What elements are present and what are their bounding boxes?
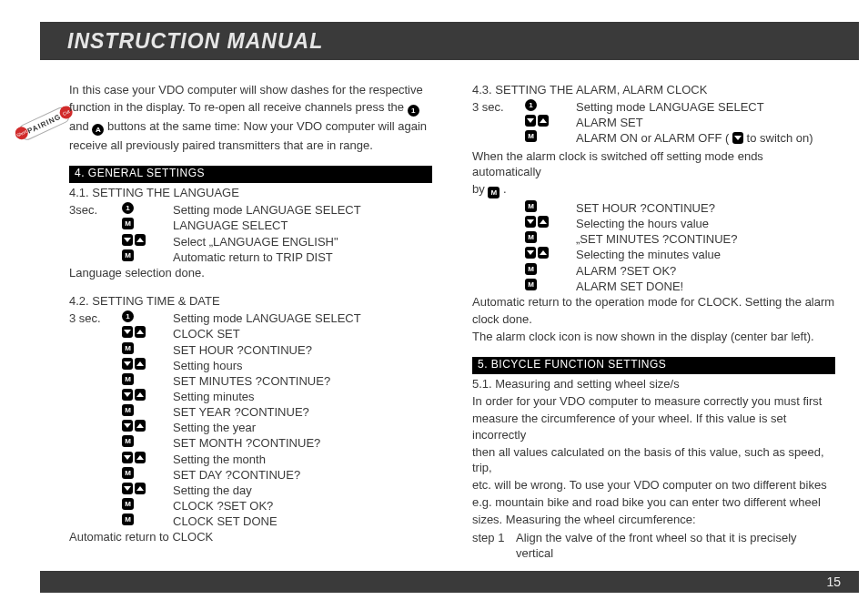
instruction-row: Setting the day <box>69 483 432 498</box>
up-down-icon <box>525 247 576 262</box>
section-4-2-return: Automatic return to CLOCK <box>69 529 432 544</box>
alarm-done: clock done. <box>472 311 835 327</box>
intro-line: In this case your VDO computer will show… <box>69 82 432 97</box>
instruction-row: M CLOCK ?SET OK? <box>69 498 432 514</box>
button-m-icon: M <box>525 200 537 212</box>
instruction-row: Selecting the hours value <box>472 216 835 231</box>
instruction-row: M SET MINUTES ?CONTINUE? <box>69 373 432 389</box>
instruction-row: M SET HOUR ?CONTINUE? <box>69 342 432 358</box>
instruction-row: M ALARM SET DONE! <box>472 279 835 294</box>
section-5-1-body: then all values calculated on the basis … <box>472 444 835 475</box>
instruction-row: 3 sec. 1 Setting mode LANGUAGE SELECT <box>472 99 835 115</box>
alarm-note: by M . <box>472 181 835 198</box>
section-5-1-body: etc. will be wrong. To use your VDO comp… <box>472 477 835 493</box>
button-m-icon: M <box>122 514 134 525</box>
intro-line: receive all previously paired transmitte… <box>69 137 432 153</box>
pairing-badge: Short PAIRING Cut <box>17 106 76 155</box>
button-m-icon: M <box>122 435 134 447</box>
up-down-icon <box>122 326 173 341</box>
intro-line: function in the display. To re-open all … <box>69 99 432 117</box>
instruction-row: M LANGUAGE SELECT <box>69 218 432 233</box>
section-5-1-body: e.g. mountain bike and road bike you can… <box>472 494 835 510</box>
button-m-icon: M <box>122 218 134 229</box>
instruction-row: 3 sec. 1 Setting mode LANGUAGE SELECT <box>69 310 432 326</box>
section-5-1-body: measure the circumference of your wheel.… <box>472 411 835 442</box>
section-4-2-title: 4.2. SETTING TIME & DATE <box>69 293 432 309</box>
button-1-icon: 1 <box>408 105 419 117</box>
button-m-icon: M <box>122 498 134 510</box>
button-m-icon: M <box>122 342 134 354</box>
instruction-row: Select „LANGUAGE ENGLISH" <box>69 234 432 249</box>
button-1-icon: 1 <box>122 202 134 214</box>
up-down-icon <box>122 452 173 467</box>
alarm-done: Automatic return to the operation mode f… <box>472 294 835 310</box>
section-5-1-title: 5.1. Measuring and setting wheel size/s <box>472 376 835 392</box>
button-1-icon: 1 <box>122 310 134 322</box>
instruction-row: M Automatic return to TRIP DIST <box>69 249 432 265</box>
instruction-row: M „SET MINUTES ?CONTINUE? <box>472 231 835 247</box>
button-m-icon: M <box>525 263 537 275</box>
alarm-note: When the alarm clock is switched off set… <box>472 148 835 179</box>
instruction-row: CLOCK SET <box>69 326 432 341</box>
up-down-icon <box>525 115 576 130</box>
instruction-row: ALARM SET <box>472 115 835 130</box>
section-4-head: 4. GENERAL SETTINGS <box>69 166 432 183</box>
button-1-icon: 1 <box>525 99 537 111</box>
section-5-1-body: In order for your VDO computer to measur… <box>472 393 835 409</box>
doc-title: INSTRUCTION MANUAL <box>67 29 323 54</box>
button-m-icon: M <box>525 279 537 290</box>
instruction-row: Selecting the minutes value <box>472 247 835 262</box>
instruction-row: M SET YEAR ?CONTINUE? <box>69 404 432 420</box>
page-number: 15 <box>826 575 841 589</box>
up-down-icon <box>122 358 173 373</box>
section-4-1-done: Language selection done. <box>69 265 432 280</box>
button-a-icon: A <box>92 124 104 136</box>
section-5-1-body: sizes. Measuring the wheel circumference… <box>472 512 835 527</box>
button-m-icon: M <box>525 231 537 243</box>
button-m-icon: M <box>488 187 500 198</box>
instruction-row: Setting the month <box>69 452 432 467</box>
button-m-icon: M <box>122 404 134 416</box>
down-icon <box>732 132 743 147</box>
instruction-row: M SET MONTH ?CONTINUE? <box>69 435 432 451</box>
up-down-icon <box>122 389 173 404</box>
up-down-icon <box>525 216 576 231</box>
up-down-icon <box>122 483 173 498</box>
section-5-head: 5. BICYCLE FUNCTION SETTINGS <box>472 357 835 374</box>
section-4-3-title: 4.3. SETTING THE ALARM, ALARM CLOCK <box>472 82 835 97</box>
instruction-row: M CLOCK SET DONE <box>69 514 432 529</box>
body-text: In this case your VDO computer will show… <box>69 82 835 564</box>
instruction-row: M ALARM ON or ALARM OFF ( to switch on) <box>472 130 835 147</box>
section-4-1-title: 4.1. SETTING THE LANGUAGE <box>69 185 432 200</box>
button-m-icon: M <box>122 249 134 261</box>
button-m-icon: M <box>122 373 134 385</box>
instruction-row: M SET HOUR ?CONTINUE? <box>472 200 835 216</box>
up-down-icon <box>122 420 173 435</box>
instruction-row: M ALARM ?SET OK? <box>472 263 835 279</box>
button-m-icon: M <box>122 467 134 479</box>
button-m-icon: M <box>525 130 537 142</box>
instruction-row: Setting the year <box>69 420 432 435</box>
instruction-row: M SET DAY ?CONTINUE? <box>69 467 432 483</box>
step-row: step 1 Align the valve of the front whee… <box>472 530 835 561</box>
up-down-icon <box>122 234 173 249</box>
instruction-row: Setting minutes <box>69 389 432 404</box>
intro-line: and A buttons at the same time: Now your… <box>69 118 432 136</box>
instruction-row: Setting hours <box>69 358 432 373</box>
instruction-row: 3sec. 1 Setting mode LANGUAGE SELECT <box>69 202 432 218</box>
alarm-done: The alarm clock icon is now shown in the… <box>472 329 835 344</box>
